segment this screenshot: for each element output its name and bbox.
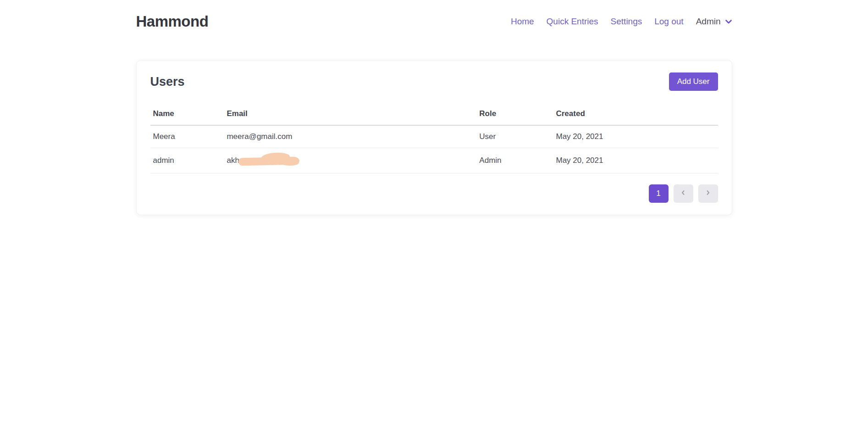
cell-created: May 20, 2021 bbox=[553, 125, 718, 148]
chevron-left-icon bbox=[680, 189, 686, 198]
user-menu-label: Admin bbox=[696, 17, 721, 27]
main-content: Users Add User Name Email Role Created M… bbox=[136, 60, 732, 215]
nav-link-settings[interactable]: Settings bbox=[611, 17, 642, 27]
chevron-right-icon bbox=[705, 189, 711, 198]
column-header-name: Name bbox=[150, 105, 224, 125]
users-card-header: Users Add User bbox=[150, 72, 718, 91]
users-table: Name Email Role Created Meera meera@gmai… bbox=[150, 105, 718, 173]
user-menu-admin[interactable]: Admin bbox=[696, 17, 732, 27]
table-row: admin akh Admin May 20, 2021 bbox=[150, 148, 718, 173]
nav-link-logout[interactable]: Log out bbox=[654, 17, 683, 27]
redaction-scribble bbox=[238, 153, 299, 167]
pagination-page-1-button[interactable]: 1 bbox=[649, 184, 669, 203]
cell-email: akh bbox=[224, 148, 476, 173]
pagination: 1 bbox=[150, 184, 718, 203]
cell-name: Meera bbox=[150, 125, 224, 148]
chevron-down-icon bbox=[725, 18, 732, 27]
pagination-prev-button[interactable] bbox=[674, 184, 693, 203]
cell-name: admin bbox=[150, 148, 224, 173]
column-header-created: Created bbox=[553, 105, 718, 125]
column-header-email: Email bbox=[224, 105, 476, 125]
cell-role: Admin bbox=[476, 148, 553, 173]
brand-logo[interactable]: Hammond bbox=[136, 13, 209, 30]
nav-link-quick-entries[interactable]: Quick Entries bbox=[547, 17, 598, 27]
cell-email: meera@gmail.com bbox=[224, 125, 476, 148]
pagination-next-button[interactable] bbox=[698, 184, 718, 203]
cell-created: May 20, 2021 bbox=[553, 148, 718, 173]
page-title: Users bbox=[150, 75, 185, 89]
main-nav: Home Quick Entries Settings Log out Admi… bbox=[511, 17, 732, 27]
top-navigation-bar: Hammond Home Quick Entries Settings Log … bbox=[0, 0, 868, 35]
nav-link-home[interactable]: Home bbox=[511, 17, 534, 27]
table-row: Meera meera@gmail.com User May 20, 2021 bbox=[150, 125, 718, 148]
column-header-role: Role bbox=[476, 105, 553, 125]
users-card: Users Add User Name Email Role Created M… bbox=[136, 60, 732, 215]
add-user-button[interactable]: Add User bbox=[669, 72, 718, 91]
cell-role: User bbox=[476, 125, 553, 148]
table-header-row: Name Email Role Created bbox=[150, 105, 718, 125]
cell-email-visible-text: akh bbox=[227, 156, 239, 165]
